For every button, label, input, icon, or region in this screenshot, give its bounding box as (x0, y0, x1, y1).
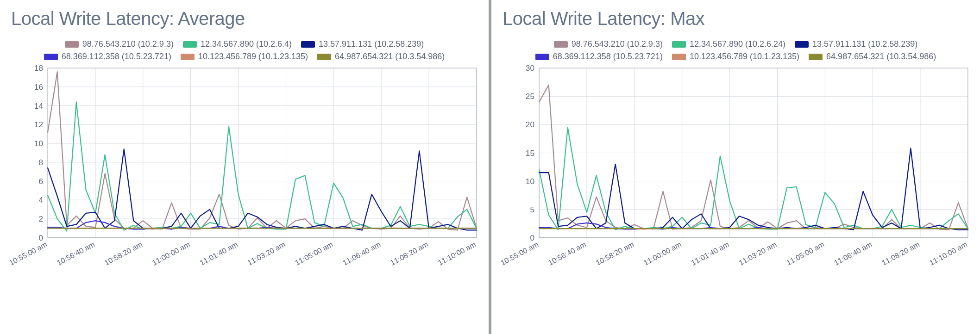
svg-text:14: 14 (34, 101, 44, 111)
svg-text:11:01:40 am: 11:01:40 am (690, 240, 730, 267)
svg-text:4: 4 (38, 195, 43, 204)
svg-text:6: 6 (38, 177, 43, 186)
legend-item[interactable]: 10.123.456.789 (10.1.23.135) (181, 52, 308, 62)
legend-item[interactable]: 13.57.911.131 (10.2.58.239) (301, 39, 424, 49)
svg-text:11:08:20 am: 11:08:20 am (880, 240, 921, 267)
legend-swatch (317, 54, 331, 60)
legend-label: 10.123.456.789 (10.1.23.135) (690, 52, 799, 62)
chart-plot: 05101520253010:55:00 am10:56:40 am10:58:… (499, 64, 973, 286)
svg-text:11:03:20 am: 11:03:20 am (246, 240, 287, 267)
svg-text:10:55:00 am: 10:55:00 am (8, 240, 49, 267)
svg-text:10:56:40 am: 10:56:40 am (55, 240, 96, 267)
legend-label: 68.369.112.358 (10.5.23.721) (62, 52, 171, 62)
legend-item[interactable]: 12.34.567.890 (10.2.6.24) (672, 39, 785, 49)
svg-text:11:05:00 am: 11:05:00 am (785, 240, 826, 267)
legend-item[interactable]: 12.34.567.890 (10.2.6.4) (183, 39, 292, 49)
legend-swatch (65, 41, 79, 48)
svg-text:2: 2 (38, 214, 43, 223)
legend-swatch (181, 54, 195, 60)
series-line (539, 148, 968, 230)
svg-text:11:05:00 am: 11:05:00 am (294, 240, 334, 267)
legend-swatch (183, 41, 197, 48)
legend-label: 68.369.112.358 (10.5.23.721) (553, 52, 663, 62)
legend-item[interactable]: 64.987.654.321 (10.3.54.986) (809, 52, 936, 62)
svg-text:11:01:40 am: 11:01:40 am (198, 240, 239, 267)
svg-text:10:58:20 am: 10:58:20 am (103, 240, 144, 267)
legend-item[interactable]: 98.76.543.210 (10.2.9.3) (554, 39, 663, 49)
svg-text:11:03:20 am: 11:03:20 am (737, 240, 778, 267)
svg-text:10:55:00 am: 10:55:00 am (499, 240, 540, 267)
svg-text:12: 12 (34, 120, 43, 129)
series-line (48, 149, 477, 230)
svg-text:11:10:00 am: 11:10:00 am (928, 240, 968, 267)
legend-item[interactable]: 68.369.112.358 (10.5.23.721) (44, 52, 171, 62)
dashboard-canvas: Local Write Latency: Average98.76.543.21… (0, 0, 980, 334)
legend-swatch (301, 41, 315, 48)
legend-label: 64.987.654.321 (10.3.54.986) (335, 52, 445, 62)
panel-left: Local Write Latency: Average98.76.543.21… (0, 0, 489, 334)
legend-item[interactable]: 68.369.112.358 (10.5.23.721) (535, 52, 663, 62)
panel-right: Local Write Latency: Max98.76.543.210 (1… (491, 0, 980, 334)
legend-label: 13.57.911.131 (10.2.58.239) (319, 39, 424, 49)
chart-plot: 02468101214161810:55:00 am10:56:40 am10:… (7, 64, 481, 286)
svg-text:11:00:00 am: 11:00:00 am (642, 240, 683, 267)
svg-text:15: 15 (526, 148, 534, 158)
legend-swatch (535, 54, 549, 60)
svg-text:11:10:00 am: 11:10:00 am (436, 240, 477, 267)
svg-text:10: 10 (34, 139, 43, 148)
legend-swatch (672, 54, 686, 60)
svg-text:10: 10 (526, 177, 534, 186)
legend-label: 98.76.543.210 (10.2.9.3) (82, 39, 174, 49)
svg-text:16: 16 (34, 82, 43, 92)
chart-legend: 98.76.543.210 (10.2.9.3)12.34.567.890 (1… (499, 39, 973, 62)
legend-swatch (44, 54, 58, 60)
legend-item[interactable]: 98.76.543.210 (10.2.9.3) (65, 39, 174, 49)
svg-text:30: 30 (526, 64, 534, 73)
legend-swatch (672, 41, 686, 48)
legend-swatch (809, 54, 823, 60)
legend-label: 13.57.911.131 (10.2.58.239) (812, 39, 917, 49)
svg-text:20: 20 (526, 120, 534, 129)
svg-text:5: 5 (530, 205, 534, 214)
legend-swatch (795, 41, 809, 48)
legend-label: 10.123.456.789 (10.1.23.135) (198, 52, 308, 62)
svg-text:11:06:40 am: 11:06:40 am (341, 240, 382, 267)
legend-label: 98.76.543.210 (10.2.9.3) (572, 39, 663, 49)
svg-text:11:00:00 am: 11:00:00 am (151, 240, 191, 267)
svg-text:8: 8 (38, 158, 43, 167)
legend-label: 64.987.654.321 (10.3.54.986) (826, 52, 936, 62)
svg-text:10:58:20 am: 10:58:20 am (594, 240, 635, 267)
svg-text:10:56:40 am: 10:56:40 am (547, 240, 587, 267)
legend-swatch (554, 41, 568, 48)
chart-legend: 98.76.543.210 (10.2.9.3)12.34.567.890 (1… (7, 39, 481, 62)
chart-title: Local Write Latency: Average (11, 8, 481, 29)
legend-item[interactable]: 64.987.654.321 (10.3.54.986) (317, 52, 445, 62)
legend-item[interactable]: 13.57.911.131 (10.2.58.239) (795, 39, 917, 49)
svg-text:11:08:20 am: 11:08:20 am (389, 240, 429, 267)
svg-text:18: 18 (34, 64, 43, 73)
legend-item[interactable]: 10.123.456.789 (10.1.23.135) (672, 52, 799, 62)
chart-title: Local Write Latency: Max (503, 8, 973, 29)
svg-text:11:06:40 am: 11:06:40 am (833, 240, 873, 267)
legend-label: 12.34.567.890 (10.2.6.4) (201, 39, 292, 49)
svg-text:25: 25 (526, 92, 534, 101)
legend-label: 12.34.567.890 (10.2.6.24) (690, 39, 785, 49)
